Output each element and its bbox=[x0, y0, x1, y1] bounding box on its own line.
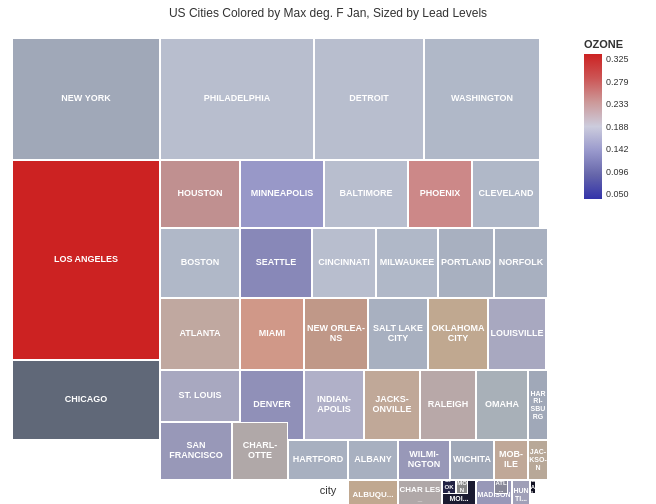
cell-charles: CHAR LES _ bbox=[398, 480, 442, 504]
cell-miami: MIAMI bbox=[240, 298, 304, 370]
chart-container: US Cities Colored by Max deg. F Jan, Siz… bbox=[0, 0, 656, 504]
cell-indianapolis: INDIAN­APOLIS bbox=[304, 370, 364, 440]
legend-value-5: 0.096 bbox=[606, 167, 629, 177]
cell-philadelphia: PHILADELPHIA bbox=[160, 38, 314, 160]
treemap: NEW YORK PHILADELPHIA DETROIT WASHINGTON… bbox=[0, 22, 580, 492]
cell-cincinnati: CINCINN­ATI bbox=[312, 228, 376, 298]
chart-title: US Cities Colored by Max deg. F Jan, Siz… bbox=[0, 0, 656, 22]
cell-gal: GAL bbox=[530, 480, 536, 494]
cell-mobile: MOB­ILE bbox=[494, 440, 528, 480]
cell-milwaukee: MILWAUK­EE bbox=[376, 228, 438, 298]
cell-portland: PORTLA­ND bbox=[438, 228, 494, 298]
cell-stlouis: ST. LOUIS bbox=[160, 370, 240, 422]
legend-title: OZONE bbox=[584, 38, 623, 50]
legend-value-1: 0.279 bbox=[606, 77, 629, 87]
cell-baltimore: BALTIMORE bbox=[324, 160, 408, 228]
cell-houston: HOUSTON bbox=[160, 160, 240, 228]
legend-value-4: 0.142 bbox=[606, 144, 629, 154]
cell-minneapolis: MINNEAPOLIS bbox=[240, 160, 324, 228]
cell-huntington: HUN TI... bbox=[512, 480, 530, 504]
cell-atl2: ATL... bbox=[494, 480, 508, 494]
cell-nashville bbox=[546, 298, 548, 300]
cell-hartford: HARTF­ORD bbox=[288, 440, 348, 480]
legend-value-0: 0.325 bbox=[606, 54, 629, 64]
cell-mon2: MON bbox=[456, 480, 468, 494]
cell-boston: BOSTON bbox=[160, 228, 240, 298]
cell-detroit: DETROIT bbox=[314, 38, 424, 160]
cell-atl bbox=[476, 480, 478, 482]
cell-jacksonville: JACKS­ONVILL­E bbox=[364, 370, 420, 440]
cell-louisville: LOUIS­VILLE bbox=[488, 298, 546, 370]
cell-omaha: OMAHA bbox=[476, 370, 528, 440]
cell-albany: ALBAN­Y bbox=[348, 440, 398, 480]
cell-washington: WASHINGTON bbox=[424, 38, 540, 160]
cell-phoenix: PHOENIX bbox=[408, 160, 472, 228]
cell-jackson: JAC­KSO­N bbox=[528, 440, 548, 480]
legend: OZONE 0.325 0.279 0.233 0.188 0.142 0.09… bbox=[580, 22, 652, 492]
cell-seattle: SEATTLE bbox=[240, 228, 312, 298]
cell-chicago: CHICAGO bbox=[12, 360, 160, 440]
cell-newyork: NEW YORK bbox=[12, 38, 160, 160]
cell-charlotte: CHARL­OTTE bbox=[232, 422, 288, 480]
cell-atlanta: ATLANTA bbox=[160, 298, 240, 370]
cell-sanfrancisco: SAN FRANCISC­O bbox=[160, 422, 232, 480]
cell-saltlakecity: SALT LAKE CITY bbox=[368, 298, 428, 370]
cell-albuquerque: ALBU­QU... bbox=[348, 480, 398, 504]
cell-norfolk: NORFO­LK bbox=[494, 228, 548, 298]
legend-value-3: 0.188 bbox=[606, 122, 629, 132]
cell-losangeles: LOS ANGELES bbox=[12, 160, 160, 360]
cell-harrisburg: HARRI­SBURG bbox=[528, 370, 548, 440]
cell-neworleans: NEW ORLEA­NS bbox=[304, 298, 368, 370]
cell-raleigh: RALEIG­H bbox=[420, 370, 476, 440]
cell-spoka2: SP OKA bbox=[442, 480, 456, 494]
cell-wichita: WIC­HITA bbox=[450, 440, 494, 480]
cell-cleveland: CLEVE­LAND bbox=[472, 160, 540, 228]
cell-wilmington: WILMI­NGTO­N bbox=[398, 440, 450, 480]
cell-oklahomacity: OKLAHO­MA CITY bbox=[428, 298, 488, 370]
legend-value-2: 0.233 bbox=[606, 99, 629, 109]
legend-value-6: 0.050 bbox=[606, 189, 629, 199]
